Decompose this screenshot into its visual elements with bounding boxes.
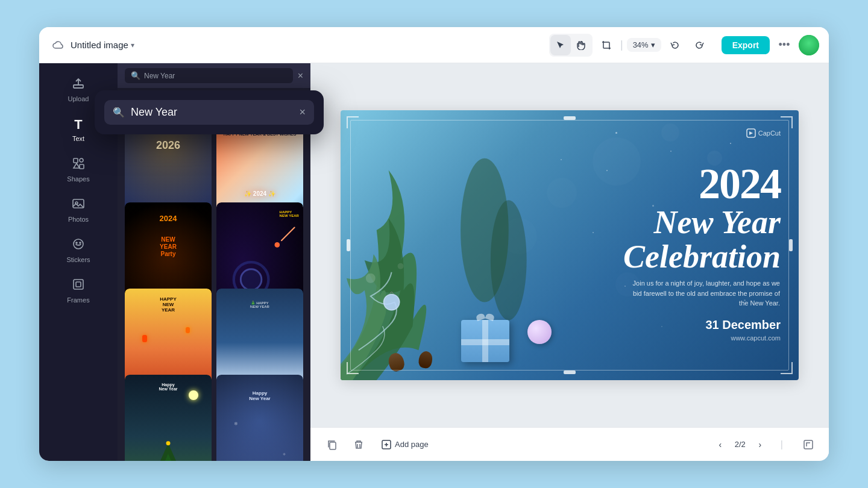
svg-point-11 [74, 239, 83, 249]
svg-point-12 [76, 242, 77, 243]
canvas-date: 31 December [623, 318, 781, 332]
undo-btn[interactable] [665, 35, 685, 55]
zoom-chevron: ▾ [651, 40, 655, 49]
doc-title: Untitled image [71, 40, 128, 50]
add-page-btn[interactable]: Add page [376, 436, 435, 453]
prev-page-btn[interactable]: ‹ [712, 436, 729, 453]
svg-marker-32 [156, 454, 180, 461]
text-label: Text [72, 135, 84, 142]
svg-rect-6 [74, 158, 78, 163]
capcut-logo: CapCut [623, 128, 781, 138]
upload-label: Upload [68, 95, 89, 102]
save-cloud-icon[interactable] [49, 37, 66, 54]
crop-tool-btn[interactable] [596, 35, 617, 55]
redo-btn[interactable] [689, 35, 709, 55]
svg-rect-5 [74, 85, 83, 88]
photos-label: Photos [68, 216, 89, 223]
stickers-icon [72, 237, 85, 254]
sidebar-item-shapes[interactable]: Shapes [39, 151, 118, 189]
page-nav: ‹ 2/2 › [712, 436, 769, 453]
canvas-frame: CapCut 2024 New Year Celebration Join us… [341, 110, 799, 380]
shapes-label: Shapes [67, 175, 89, 183]
upload-icon [72, 77, 85, 93]
search-overlay-clear[interactable]: × [299, 106, 306, 119]
svg-point-24 [241, 269, 262, 290]
add-page-label: Add page [395, 440, 429, 449]
svg-rect-15 [76, 282, 81, 287]
doc-title-area[interactable]: Untitled image ▾ [71, 40, 134, 50]
header-actions: Export ••• [722, 35, 819, 55]
panel-top-strip: 🔍 New Year × [118, 63, 310, 88]
expand-btn[interactable] [800, 436, 817, 453]
page-count: 2/2 [735, 440, 746, 449]
search-overlay-input[interactable]: New Year [131, 106, 293, 119]
mini-search-text: New Year [144, 72, 175, 80]
svg-point-34 [166, 441, 171, 445]
sidebar-item-frames[interactable]: Frames [39, 272, 118, 310]
template-item-6[interactable]: HappyNew Year [125, 375, 212, 461]
header-tools: | 34% ▾ [549, 34, 709, 57]
bottom-bar: Add page ‹ 2/2 › | [310, 427, 829, 461]
template-item-7[interactable]: HappyNew Year ❄ ❄ ❄ [216, 375, 303, 461]
svg-rect-46 [804, 440, 813, 449]
capcut-brand: CapCut [758, 130, 781, 137]
zoom-level: 34% [633, 40, 649, 49]
search-overlay-icon: 🔍 [113, 107, 125, 118]
more-options-btn[interactable]: ••• [775, 36, 794, 55]
search-overlay-inner: 🔍 New Year × [104, 100, 314, 125]
text-icon: T [74, 117, 82, 133]
svg-rect-42 [330, 442, 336, 449]
canvas-url: www.capcut.com [623, 334, 781, 342]
sidebar-item-stickers[interactable]: Stickers [39, 231, 118, 269]
canvas-year: 2024 [623, 162, 781, 205]
svg-line-22 [281, 228, 295, 241]
svg-point-40 [398, 263, 404, 269]
mini-clear-btn[interactable]: × [298, 70, 303, 81]
export-button[interactable]: Export [722, 36, 770, 54]
svg-point-36 [491, 200, 527, 320]
frames-icon [72, 278, 85, 294]
select-tool-btn[interactable] [550, 35, 571, 55]
stickers-label: Stickers [66, 256, 90, 263]
app-window: Untitled image ▾ [39, 27, 829, 461]
svg-rect-8 [80, 164, 84, 169]
svg-point-13 [80, 242, 81, 243]
duplicate-btn[interactable] [322, 435, 342, 454]
photos-icon [72, 197, 85, 213]
canvas-content: CapCut 2024 New Year Celebration Join us… [623, 128, 781, 342]
svg-point-37 [383, 294, 400, 311]
svg-rect-0 [603, 42, 609, 48]
header-left: Untitled image ▾ [49, 37, 134, 54]
doc-title-chevron: ▾ [131, 41, 134, 49]
search-overlay: 🔍 New Year × [95, 90, 324, 134]
select-tool-group [549, 34, 593, 57]
delete-btn[interactable] [349, 435, 368, 454]
next-page-btn[interactable]: › [752, 436, 769, 453]
svg-point-7 [80, 158, 83, 162]
canvas-description: Join us for a night of joy, laughter, an… [623, 278, 780, 308]
header-bar: Untitled image ▾ [39, 27, 829, 63]
svg-point-39 [366, 274, 376, 283]
svg-point-21 [274, 242, 280, 248]
hand-tool-btn[interactable] [571, 35, 591, 55]
sidebar-item-photos[interactable]: Photos [39, 191, 118, 229]
svg-rect-14 [74, 280, 83, 289]
user-avatar[interactable] [799, 35, 819, 55]
mini-search: 🔍 New Year [125, 68, 293, 83]
canvas-area: CapCut 2024 New Year Celebration Join us… [310, 63, 829, 461]
canvas-main-title: New Year Celebration [623, 205, 781, 274]
frames-label: Frames [67, 296, 89, 304]
canvas-workspace[interactable]: CapCut 2024 New Year Celebration Join us… [310, 63, 829, 427]
templates-grid: 2026 street scene silhouettes [118, 111, 310, 461]
canvas-background: CapCut 2024 New Year Celebration Join us… [341, 110, 799, 380]
zoom-control[interactable]: 34% ▾ [627, 38, 661, 52]
shapes-icon [72, 157, 85, 173]
